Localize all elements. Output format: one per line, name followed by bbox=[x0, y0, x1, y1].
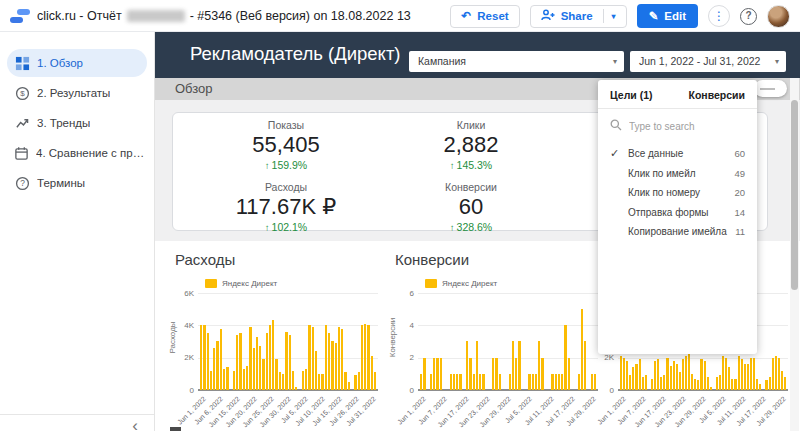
bar bbox=[518, 341, 520, 390]
bar bbox=[541, 358, 543, 390]
bar bbox=[476, 341, 478, 390]
scrollbar-track[interactable] bbox=[790, 78, 799, 431]
goals-dropdown-panel: Цели (1) Конверсии ✓Все данные60✓Клик по… bbox=[598, 80, 757, 354]
sidebar-item-rezultaty[interactable]: $2. Результаты bbox=[7, 79, 147, 107]
bar bbox=[738, 356, 740, 390]
bar bbox=[420, 374, 422, 390]
help-button[interactable]: ? bbox=[740, 8, 757, 25]
bar bbox=[325, 325, 327, 390]
metric-delta-value: 328.6% bbox=[457, 221, 493, 233]
bar bbox=[436, 358, 438, 390]
bar bbox=[243, 369, 245, 390]
bar bbox=[269, 325, 271, 390]
app-window: click.ru - Отчёт - #5346 (Веб версия) on… bbox=[0, 0, 800, 431]
metric-label: Клики bbox=[391, 119, 551, 131]
sidebar-item-obzor[interactable]: 1. Обзор bbox=[7, 49, 147, 77]
edit-button[interactable]: ✎ Edit bbox=[637, 4, 698, 28]
sidebar-item-sravnenie[interactable]: 4. Сравнение с предыд... bbox=[7, 139, 147, 167]
bar bbox=[305, 369, 307, 390]
goals-search-row bbox=[598, 109, 757, 141]
goal-option[interactable]: ✓Отправка формы14 bbox=[598, 203, 757, 223]
bar bbox=[338, 327, 340, 390]
goal-option-count: 11 bbox=[735, 226, 745, 237]
date-range-dropdown[interactable]: Jun 1, 2022 - Jul 31, 2022 ▾ bbox=[630, 51, 786, 72]
title-prefix: click.ru - Отчёт bbox=[37, 9, 122, 23]
bar bbox=[719, 375, 721, 390]
dashboard-icon bbox=[14, 55, 30, 71]
bar bbox=[626, 361, 628, 390]
avatar[interactable] bbox=[767, 5, 790, 28]
bar bbox=[555, 374, 557, 390]
bar bbox=[639, 359, 641, 390]
bar bbox=[682, 359, 684, 390]
bar bbox=[728, 367, 730, 390]
bar bbox=[716, 377, 718, 390]
chart-plot[interactable]: 6K4K2K0Jun 1, 2022Jun 6, 2022Jun 15, 202… bbox=[198, 293, 378, 390]
chart-legend: Яндекс Директ bbox=[425, 279, 497, 288]
bar bbox=[581, 309, 583, 390]
bar bbox=[679, 372, 681, 390]
reset-button[interactable]: ↶ Reset bbox=[450, 5, 519, 28]
goal-option[interactable]: ✓Клик по номеру20 bbox=[598, 183, 757, 203]
bar bbox=[459, 374, 461, 390]
bar bbox=[450, 374, 452, 390]
chevron-down-icon[interactable]: ▾ bbox=[612, 12, 616, 21]
y-tick-label: 2K bbox=[171, 353, 194, 362]
bar bbox=[266, 333, 268, 390]
collapse-sidebar-icon[interactable]: ‹ bbox=[132, 416, 138, 431]
metric-delta: ↑159.9% bbox=[206, 159, 366, 171]
bar bbox=[645, 375, 647, 390]
bar bbox=[584, 341, 586, 390]
metric-delta-value: 145.3% bbox=[457, 159, 493, 171]
bar bbox=[466, 341, 468, 390]
y-tick-label: 0 bbox=[591, 386, 614, 395]
sidebar-item-terminy[interactable]: ?Термины bbox=[7, 169, 147, 197]
goal-option[interactable]: ✓Все данные60 bbox=[598, 144, 757, 164]
bar bbox=[492, 358, 494, 390]
y-tick-label: 0 bbox=[391, 386, 414, 395]
scrollbar-thumb[interactable] bbox=[791, 100, 798, 290]
legend-swatch bbox=[425, 279, 437, 288]
bar bbox=[328, 333, 330, 390]
bar bbox=[220, 329, 222, 390]
chart-conversions: Конверсии Яндекс Директ Конверсии 6420Ju… bbox=[380, 245, 610, 431]
goal-option[interactable]: ✓Копирование имейла11 bbox=[598, 222, 757, 242]
bar bbox=[262, 359, 264, 390]
collapsed-filter-chip[interactable] bbox=[754, 80, 787, 97]
bar bbox=[226, 367, 228, 390]
bar-series bbox=[420, 293, 596, 390]
bar bbox=[210, 371, 212, 390]
bar bbox=[666, 358, 668, 390]
chart-plot[interactable]: 6420Jun 1, 2022Jun 7, 2022Jun 17, 2022Ju… bbox=[418, 293, 598, 390]
calendar-icon bbox=[14, 145, 29, 161]
bar bbox=[249, 327, 251, 390]
metric-value: 60 bbox=[391, 194, 551, 220]
y-tick-label: 6K bbox=[171, 289, 194, 298]
sidebar-item-trendy[interactable]: 3. Тренды bbox=[7, 109, 147, 137]
bar bbox=[551, 374, 553, 390]
section-title: Обзор bbox=[175, 81, 213, 96]
goal-option[interactable]: ✓Клик по имейл49 bbox=[598, 164, 757, 184]
bar bbox=[315, 351, 317, 390]
goal-option-count: 49 bbox=[734, 168, 745, 179]
campaign-filter-dropdown[interactable]: Кампания ▾ bbox=[409, 51, 624, 72]
bar bbox=[694, 379, 696, 390]
goal-option-count: 60 bbox=[734, 148, 745, 159]
bar bbox=[707, 377, 709, 390]
bar bbox=[515, 358, 517, 390]
report-document-title[interactable]: click.ru - Отчёт - #5346 (Веб версия) on… bbox=[37, 9, 411, 23]
bar bbox=[744, 364, 746, 390]
bar bbox=[561, 374, 563, 390]
bar bbox=[509, 374, 511, 390]
bar bbox=[275, 359, 277, 390]
share-button[interactable]: Share ▾ bbox=[530, 5, 627, 28]
more-options-button[interactable]: ⋮ bbox=[708, 5, 730, 27]
bar bbox=[528, 374, 530, 390]
bar bbox=[700, 359, 702, 390]
goals-search-input[interactable] bbox=[629, 121, 737, 132]
bar bbox=[456, 374, 458, 390]
bar bbox=[433, 358, 435, 390]
bar bbox=[272, 320, 274, 390]
bar bbox=[453, 374, 455, 390]
next-section-peek bbox=[170, 427, 181, 431]
